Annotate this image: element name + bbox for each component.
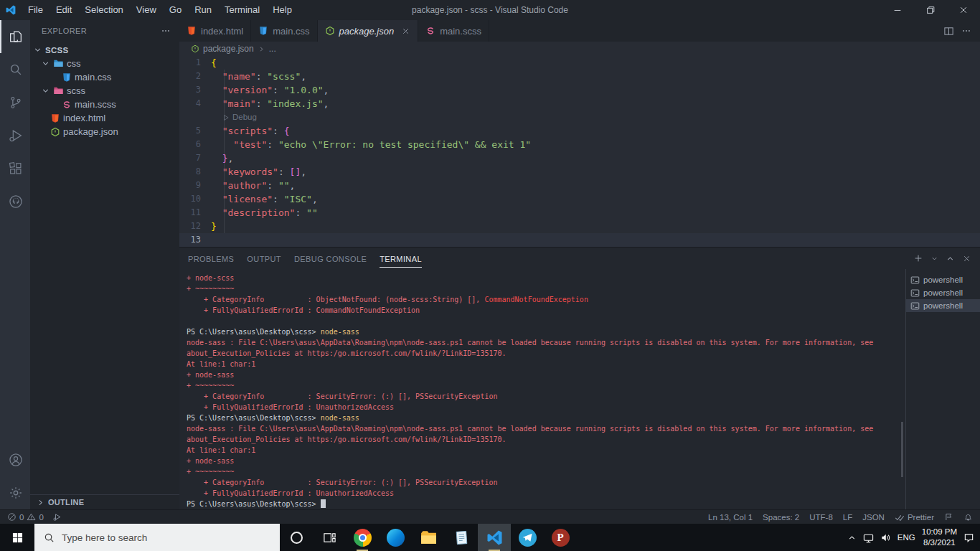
menu-go[interactable]: Go bbox=[163, 0, 188, 20]
code-line[interactable]: Debug bbox=[179, 110, 980, 124]
close-window-button[interactable] bbox=[947, 0, 980, 20]
breadcrumb-more[interactable]: ... bbox=[269, 44, 276, 54]
code-line[interactable]: 11 "description": "" bbox=[179, 206, 980, 220]
tab-package-json[interactable]: package.json bbox=[318, 20, 419, 42]
activity-source-control-icon[interactable] bbox=[0, 86, 30, 119]
terminal-dropdown-icon[interactable] bbox=[930, 255, 938, 263]
activity-files-icon[interactable] bbox=[0, 20, 30, 53]
start-button[interactable] bbox=[0, 524, 34, 551]
feedback-icon[interactable] bbox=[944, 512, 953, 522]
tree-item-css[interactable]: css bbox=[30, 57, 179, 70]
menu-edit[interactable]: Edit bbox=[50, 0, 78, 20]
code-line[interactable]: 10 "license": "ISC", bbox=[179, 192, 980, 206]
terminal-session[interactable]: powershell bbox=[906, 273, 980, 286]
minimize-button[interactable] bbox=[881, 0, 914, 20]
chrome-icon[interactable] bbox=[346, 524, 379, 551]
activity-account-icon[interactable] bbox=[0, 443, 30, 476]
task-view-icon[interactable] bbox=[313, 524, 346, 551]
encoding-setting[interactable]: UTF-8 bbox=[809, 513, 833, 522]
formatter-status[interactable]: Prettier bbox=[895, 512, 934, 522]
code-line[interactable]: 8 "keywords": [], bbox=[179, 165, 980, 179]
activity-github-icon[interactable] bbox=[0, 185, 30, 218]
code-editor[interactable]: 1{2 "name": "scss",3 "version": "1.0.0",… bbox=[179, 56, 980, 247]
menu-run[interactable]: Run bbox=[188, 0, 218, 20]
activity-search-icon[interactable] bbox=[0, 53, 30, 86]
menu-terminal[interactable]: Terminal bbox=[218, 0, 266, 20]
close-tab-icon[interactable] bbox=[401, 27, 410, 36]
code-line[interactable]: 6 "test": "echo \"Error: no test specifi… bbox=[179, 138, 980, 151]
menu-selection[interactable]: Selection bbox=[78, 0, 129, 20]
split-editor-icon[interactable] bbox=[943, 26, 954, 37]
debug-status-icon[interactable] bbox=[52, 512, 62, 522]
notifications-bell-icon[interactable] bbox=[963, 512, 973, 522]
explorer-more-actions-icon[interactable] bbox=[161, 26, 171, 36]
terminal-session[interactable]: powershell bbox=[906, 286, 980, 299]
panel-tab-terminal[interactable]: TERMINAL bbox=[380, 250, 422, 268]
notepad-icon[interactable] bbox=[445, 524, 478, 551]
clock[interactable]: 10:09 PM 8/3/2021 bbox=[922, 527, 957, 548]
breadcrumb-file[interactable]: package.json bbox=[203, 44, 254, 54]
code-line[interactable]: 7 }, bbox=[179, 151, 980, 165]
telegram-icon[interactable] bbox=[511, 524, 544, 551]
problems-status[interactable]: 0 0 bbox=[7, 512, 44, 522]
maximize-panel-icon[interactable] bbox=[946, 254, 955, 263]
run-debug-icon bbox=[8, 128, 24, 143]
code-line[interactable]: 9 "author": "", bbox=[179, 179, 980, 192]
terminal-scrollbar[interactable] bbox=[901, 422, 903, 477]
activity-extensions-icon[interactable] bbox=[0, 152, 30, 185]
terminal-session[interactable]: powershell bbox=[906, 299, 980, 312]
code-line[interactable]: 1{ bbox=[179, 56, 980, 70]
action-center-icon[interactable] bbox=[963, 532, 974, 543]
vscode-icon[interactable] bbox=[478, 524, 511, 551]
panel-tab-problems[interactable]: PROBLEMS bbox=[188, 250, 234, 268]
tab-main-scss[interactable]: main.scss bbox=[418, 20, 489, 42]
activity-settings-gear-icon[interactable] bbox=[0, 476, 30, 509]
network-icon[interactable] bbox=[863, 532, 874, 543]
code-text: "main": "index.js", bbox=[211, 97, 329, 110]
vscode-logo-icon bbox=[0, 4, 22, 16]
codelens-debug[interactable]: Debug bbox=[222, 110, 257, 124]
tree-item-scss[interactable]: scss bbox=[30, 84, 179, 98]
new-terminal-icon[interactable] bbox=[913, 253, 923, 263]
menu-view[interactable]: View bbox=[130, 0, 163, 20]
terminal-icon bbox=[910, 288, 920, 298]
eol-setting[interactable]: LF bbox=[843, 513, 852, 522]
code-line[interactable]: 13 bbox=[179, 233, 980, 247]
activity-run-debug-icon[interactable] bbox=[0, 119, 30, 152]
panel-tab-output[interactable]: OUTPUT bbox=[247, 250, 281, 268]
cortana-icon[interactable] bbox=[280, 524, 313, 551]
cursor-position[interactable]: Ln 13, Col 1 bbox=[708, 513, 753, 522]
tree-item-scss[interactable]: SCSS bbox=[30, 43, 179, 57]
menu-file[interactable]: File bbox=[22, 0, 50, 20]
indentation-setting[interactable]: Spaces: 2 bbox=[763, 513, 799, 522]
edge-icon[interactable] bbox=[379, 524, 412, 551]
menu-help[interactable]: Help bbox=[266, 0, 298, 20]
code-line[interactable]: 4 "main": "index.js", bbox=[179, 97, 980, 110]
volume-icon[interactable] bbox=[880, 532, 891, 543]
json-icon bbox=[50, 127, 60, 137]
taskbar-search-box[interactable]: Type here to search bbox=[34, 524, 280, 551]
language-mode[interactable]: JSON bbox=[862, 513, 885, 522]
terminal-output[interactable]: + node-scss+ ~~~~~~~~~ + CategoryInfo : … bbox=[179, 269, 905, 509]
tab-main-css[interactable]: main.css bbox=[251, 20, 317, 42]
editor-more-actions-icon[interactable] bbox=[961, 26, 971, 36]
code-line[interactable]: 3 "version": "1.0.0", bbox=[179, 83, 980, 97]
file-explorer-icon[interactable] bbox=[412, 524, 445, 551]
session-label: powershell bbox=[923, 276, 963, 284]
code-line[interactable]: 12} bbox=[179, 220, 980, 233]
tree-item-main-scss[interactable]: main.scss bbox=[30, 98, 179, 111]
close-panel-icon[interactable] bbox=[962, 254, 971, 263]
tree-item-main-css[interactable]: main.css bbox=[30, 70, 179, 84]
panel-tab-debug-console[interactable]: DEBUG CONSOLE bbox=[294, 250, 367, 268]
code-line[interactable]: 5 "scripts": { bbox=[179, 124, 980, 138]
explorer-sidebar: EXPLORER SCSScssmain.cssscssmain.scssind… bbox=[30, 20, 179, 509]
tree-item-index-html[interactable]: index.html bbox=[30, 111, 179, 125]
language-indicator[interactable]: ENG bbox=[897, 533, 915, 542]
code-line[interactable]: 2 "name": "scss", bbox=[179, 70, 980, 83]
tab-index-html[interactable]: index.html bbox=[179, 20, 251, 42]
tree-item-package-json[interactable]: package.json bbox=[30, 125, 179, 138]
restore-button[interactable] bbox=[914, 0, 947, 20]
psiphon-icon[interactable]: P bbox=[544, 524, 577, 551]
tray-chevron-up-icon[interactable] bbox=[847, 533, 857, 542]
outline-section[interactable]: OUTLINE bbox=[30, 494, 179, 509]
